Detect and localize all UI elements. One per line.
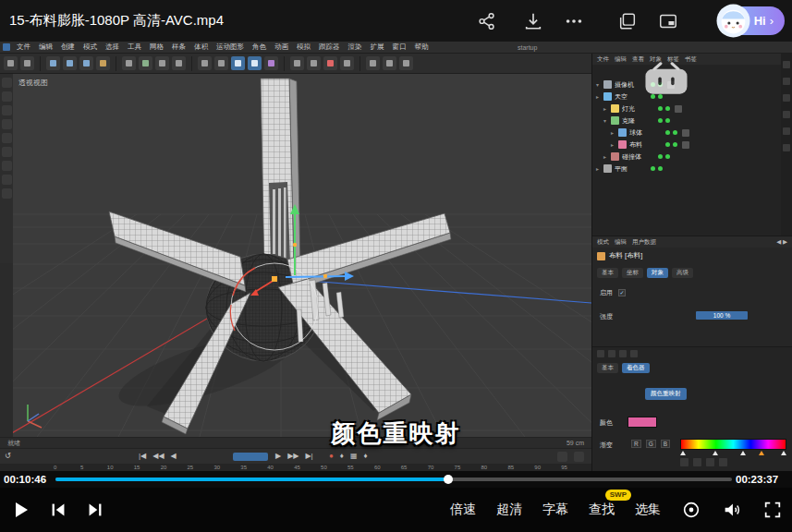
menu-item[interactable]: 模拟 bbox=[297, 42, 311, 52]
toolbar-icon[interactable] bbox=[2, 188, 12, 199]
viewport-label[interactable]: 透视视图 bbox=[18, 78, 48, 88]
color-remap-button[interactable]: 颜色重映射 bbox=[645, 388, 687, 400]
toolbar-icon[interactable] bbox=[2, 133, 12, 143]
toolbar-icon[interactable] bbox=[2, 119, 12, 129]
menu-item[interactable]: 模式 bbox=[597, 238, 609, 247]
object-row[interactable]: ▸ 布料 bbox=[592, 139, 731, 151]
toolbar-icon[interactable] bbox=[46, 56, 60, 70]
toolbar-icon[interactable] bbox=[2, 78, 12, 88]
menu-item[interactable]: 跟踪器 bbox=[319, 42, 340, 52]
menu-item[interactable]: 扩展 bbox=[371, 42, 384, 52]
caption-button[interactable]: 字幕 bbox=[542, 502, 568, 518]
menu-item[interactable]: 渲染 bbox=[348, 42, 362, 52]
panel-icon[interactable] bbox=[719, 458, 727, 466]
toolbar-icon[interactable] bbox=[2, 161, 12, 171]
menu-item[interactable]: 动画 bbox=[274, 42, 288, 52]
toolbar-icon[interactable] bbox=[366, 56, 380, 70]
toolbar-icon[interactable] bbox=[79, 56, 93, 70]
record-circle-icon[interactable] bbox=[681, 500, 701, 520]
prev-key-button[interactable]: ◀◀ bbox=[152, 452, 164, 460]
toolbar-icon[interactable] bbox=[172, 56, 186, 70]
toolbar-icon[interactable] bbox=[557, 452, 567, 462]
dock-icon[interactable] bbox=[783, 111, 790, 118]
gradient-knot-selected[interactable] bbox=[759, 451, 764, 455]
volume-icon[interactable] bbox=[722, 500, 742, 520]
tag-icon[interactable] bbox=[675, 105, 682, 113]
object-row[interactable]: ▸ 球体 bbox=[592, 127, 731, 139]
dock-icon[interactable] bbox=[783, 61, 790, 68]
tab-advanced[interactable]: 高级 bbox=[672, 268, 693, 278]
record-keyframe-icon[interactable]: ● bbox=[329, 452, 334, 460]
toolbar-icon[interactable] bbox=[399, 56, 413, 70]
menu-item[interactable]: 帮助 bbox=[415, 42, 429, 52]
toolbar-icon[interactable] bbox=[63, 56, 77, 70]
toolbar-icon[interactable] bbox=[574, 452, 584, 462]
seek-bar[interactable] bbox=[55, 478, 732, 481]
prev-frame-button[interactable]: ◀ bbox=[171, 452, 177, 460]
play-button[interactable] bbox=[9, 499, 31, 521]
menu-item[interactable]: 编辑 bbox=[39, 42, 53, 52]
menu-item[interactable]: 文件 bbox=[597, 55, 609, 64]
download-icon[interactable] bbox=[523, 11, 543, 31]
dock-icon[interactable] bbox=[783, 144, 790, 151]
tab-basic[interactable]: 基本 bbox=[597, 363, 618, 373]
menu-item[interactable]: 创建 bbox=[61, 42, 75, 52]
menu-item[interactable]: 工具 bbox=[128, 42, 141, 52]
panel-icon[interactable] bbox=[693, 458, 701, 466]
object-row[interactable]: ▸ 碰撞体 bbox=[592, 151, 731, 163]
toolbar-icon[interactable] bbox=[4, 56, 18, 70]
next-episode-button[interactable] bbox=[85, 500, 105, 520]
menu-item[interactable]: 文件 bbox=[17, 42, 30, 52]
panel-icon[interactable] bbox=[630, 350, 638, 357]
tag-icon[interactable] bbox=[682, 129, 689, 137]
gradient-knot[interactable] bbox=[680, 451, 686, 455]
dock-icon[interactable] bbox=[783, 78, 790, 85]
panel-icon[interactable] bbox=[608, 350, 615, 357]
pip-icon[interactable] bbox=[658, 11, 678, 31]
episodes-button[interactable]: 选集 bbox=[635, 502, 661, 518]
toolbar-icon[interactable] bbox=[340, 56, 354, 70]
tag-icon[interactable] bbox=[682, 141, 689, 149]
toolbar-icon[interactable] bbox=[2, 175, 12, 185]
toolbar-icon[interactable] bbox=[155, 56, 169, 70]
toolbar-icon[interactable] bbox=[2, 147, 12, 157]
login-button[interactable]: Hi › bbox=[719, 6, 785, 35]
toolbar-icon[interactable] bbox=[2, 91, 12, 102]
frame-range-slider[interactable] bbox=[233, 453, 268, 461]
play-forward-button[interactable]: ▶ bbox=[275, 452, 281, 460]
toolbar-icon[interactable] bbox=[96, 56, 110, 70]
enabled-dot[interactable] bbox=[665, 142, 670, 147]
keyframe-icon[interactable]: ♦ bbox=[364, 452, 368, 460]
goto-end-button[interactable]: ▶| bbox=[305, 452, 312, 460]
object-row[interactable]: ▸ 平面 bbox=[592, 163, 731, 175]
enabled-dot[interactable] bbox=[651, 166, 655, 171]
menu-item[interactable]: 模式 bbox=[83, 42, 97, 52]
fullscreen-icon[interactable] bbox=[762, 500, 783, 520]
menu-item[interactable]: 运动图形 bbox=[216, 42, 244, 52]
menu-item[interactable]: 用户数据 bbox=[632, 238, 656, 247]
panel-icon[interactable] bbox=[619, 350, 627, 357]
tab-shader[interactable]: 着色器 bbox=[622, 363, 650, 373]
menu-item[interactable]: 编辑 bbox=[615, 238, 627, 247]
strength-slider[interactable]: 100 % bbox=[696, 311, 748, 320]
prev-episode-button[interactable] bbox=[48, 500, 68, 520]
toolbar-icon[interactable] bbox=[323, 56, 337, 70]
screenshot-icon[interactable] bbox=[617, 11, 638, 31]
menu-item[interactable]: 编辑 bbox=[615, 55, 627, 64]
seek-handle[interactable] bbox=[444, 475, 453, 484]
layout-selector[interactable]: startup bbox=[518, 44, 537, 51]
toolbar-icon[interactable] bbox=[264, 56, 278, 70]
goto-start-button[interactable]: |◀ bbox=[139, 452, 146, 460]
gradient-knot[interactable] bbox=[713, 451, 718, 455]
object-row[interactable]: ▸ 灯光 bbox=[592, 103, 731, 115]
gradient-knot[interactable] bbox=[781, 451, 786, 455]
menu-item[interactable]: 窗口 bbox=[393, 42, 407, 52]
menu-item[interactable]: 体积 bbox=[194, 42, 208, 52]
gradient-knot[interactable] bbox=[740, 451, 746, 455]
enabled-dot[interactable] bbox=[665, 130, 670, 135]
toolbar-icon-active[interactable] bbox=[231, 56, 245, 70]
object-row[interactable]: ▾ 克隆 bbox=[592, 115, 731, 127]
toolbar-icon-active[interactable] bbox=[248, 56, 262, 70]
menu-item[interactable]: 网格 bbox=[150, 42, 164, 52]
menu-item[interactable]: 角色 bbox=[252, 42, 266, 52]
